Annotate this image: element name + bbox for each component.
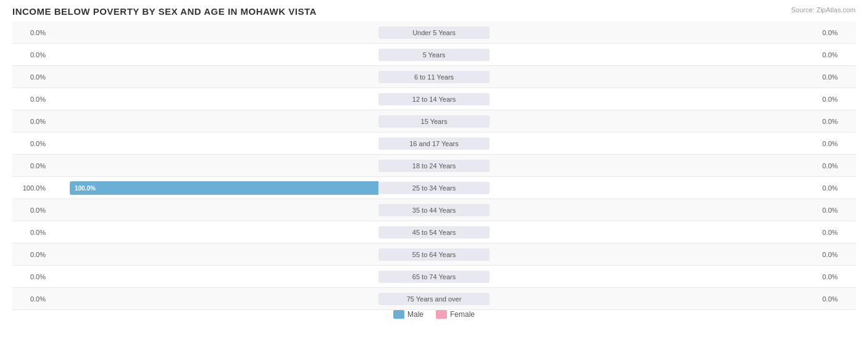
male-bars [49, 66, 378, 88]
male-bars [49, 88, 378, 110]
chart-row: 0.0% 12 to 14 Years 0.0% [12, 88, 856, 110]
left-value: 0.0% [12, 229, 49, 236]
female-bars [490, 266, 819, 287]
left-value: 0.0% [12, 251, 49, 258]
female-bars [490, 44, 819, 65]
chart-row: 0.0% 16 and 17 Years 0.0% [12, 133, 856, 155]
right-value: 0.0% [819, 73, 856, 81]
right-value: 0.0% [819, 184, 856, 192]
female-bars [490, 88, 819, 110]
male-bars [49, 199, 378, 221]
left-value: 0.0% [12, 295, 49, 303]
left-value: 0.0% [12, 162, 49, 170]
legend: Male Female [12, 310, 856, 319]
chart-row: 0.0% 35 to 44 Years 0.0% [12, 199, 856, 221]
right-value: 0.0% [819, 295, 856, 303]
legend-female: Female [436, 310, 475, 319]
chart-row: 0.0% Under 5 Years 0.0% [12, 22, 856, 44]
male-bars [49, 44, 378, 65]
female-bars [490, 177, 819, 199]
chart-container: INCOME BELOW POVERTY BY SEX AND AGE IN M… [0, 0, 868, 344]
left-value: 0.0% [12, 273, 49, 281]
chart-row: 0.0% 5 Years 0.0% [12, 44, 856, 66]
chart-row: 0.0% 55 to 64 Years 0.0% [12, 244, 856, 266]
legend-female-box [436, 310, 447, 319]
chart-row: 0.0% 65 to 74 Years 0.0% [12, 266, 856, 288]
row-label: 12 to 14 Years [378, 93, 490, 105]
right-value: 0.0% [819, 229, 856, 236]
row-label: 6 to 11 Years [378, 71, 490, 83]
row-label: 75 Years and over [378, 293, 490, 305]
row-label: 5 Years [378, 49, 490, 61]
row-label: 45 to 54 Years [378, 226, 490, 239]
left-value: 0.0% [12, 29, 49, 36]
male-bars [49, 133, 378, 154]
right-value: 0.0% [819, 96, 856, 103]
left-value: 0.0% [12, 118, 49, 125]
left-value: 0.0% [12, 207, 49, 214]
chart-row: 0.0% 18 to 24 Years 0.0% [12, 155, 856, 177]
chart-row: 0.0% 15 Years 0.0% [12, 110, 856, 133]
male-bars [49, 288, 378, 309]
female-bars [490, 110, 819, 132]
chart-row: 0.0% 6 to 11 Years 0.0% [12, 66, 856, 88]
left-value: 0.0% [12, 96, 49, 103]
row-label: 35 to 44 Years [378, 204, 490, 216]
left-value: 0.0% [12, 51, 49, 59]
chart-row: 0.0% 75 Years and over 0.0% [12, 288, 856, 310]
right-value: 0.0% [819, 251, 856, 258]
right-value: 0.0% [819, 140, 856, 147]
right-value: 0.0% [819, 273, 856, 281]
row-label: 16 and 17 Years [378, 137, 490, 150]
female-bars [490, 221, 819, 243]
row-label: 15 Years [378, 115, 490, 128]
left-value: 0.0% [12, 140, 49, 147]
male-bars [49, 110, 378, 132]
left-value: 0.0% [12, 73, 49, 81]
female-bars [490, 288, 819, 309]
female-bars [490, 22, 819, 43]
male-bars: 100.0% [49, 177, 378, 199]
row-label: 55 to 64 Years [378, 248, 490, 261]
row-label: 18 to 24 Years [378, 160, 490, 172]
right-value: 0.0% [819, 29, 856, 36]
chart-area: 0.0% Under 5 Years 0.0% 0.0% 5 Years 0.0… [12, 22, 856, 298]
right-value: 0.0% [819, 162, 856, 170]
chart-title: INCOME BELOW POVERTY BY SEX AND AGE IN M… [12, 6, 856, 17]
chart-row: 0.0% 45 to 54 Years 0.0% [12, 221, 856, 244]
source-text: Source: ZipAtlas.com [791, 6, 856, 14]
legend-female-label: Female [450, 310, 475, 319]
bar-male-label: 100.0% [75, 184, 96, 191]
legend-male: Male [393, 310, 424, 319]
female-bars [490, 155, 819, 176]
chart-row: 100.0% 100.0% 25 to 34 Years 0.0% [12, 177, 856, 199]
row-label: 65 to 74 Years [378, 271, 490, 283]
male-bars [49, 266, 378, 287]
female-bars [490, 199, 819, 221]
row-label: Under 5 Years [378, 27, 490, 39]
legend-male-label: Male [407, 310, 424, 319]
male-bars [49, 155, 378, 176]
right-value: 0.0% [819, 118, 856, 125]
left-value: 100.0% [12, 184, 49, 192]
right-value: 0.0% [819, 51, 856, 59]
male-bars [49, 221, 378, 243]
female-bars [490, 66, 819, 88]
female-bars [490, 133, 819, 154]
female-bars [490, 244, 819, 265]
right-value: 0.0% [819, 207, 856, 214]
row-label: 25 to 34 Years [378, 182, 490, 194]
male-bars [49, 244, 378, 265]
male-bars [49, 22, 378, 43]
male-bar: 100.0% [70, 181, 378, 195]
legend-male-box [393, 310, 404, 319]
